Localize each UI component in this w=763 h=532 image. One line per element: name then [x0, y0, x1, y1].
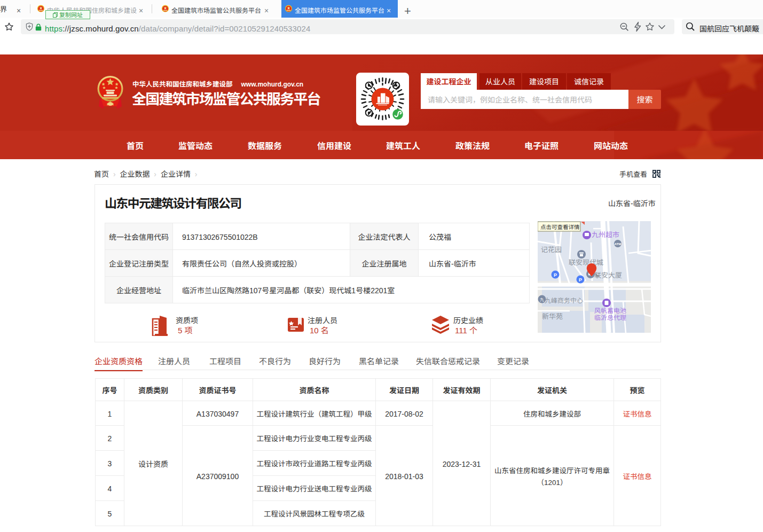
svg-text:ATM: ATM — [615, 241, 622, 246]
svg-text:联安现代城: 联安现代城 — [569, 257, 603, 267]
svg-text:新华苑: 新华苑 — [542, 311, 563, 321]
svg-text:联安大厦: 联安大厦 — [594, 270, 622, 280]
svg-text:九: 九 — [540, 296, 544, 302]
svg-text:P: P — [554, 271, 557, 278]
svg-text:九峰商务中心: 九峰商务中心 — [545, 295, 583, 304]
svg-text:P: P — [579, 276, 582, 283]
svg-text:九州超市: 九州超市 — [592, 229, 619, 239]
svg-text:点击可查看详情: 点击可查看详情 — [540, 223, 580, 231]
svg-text:临沂总代理: 临沂总代理 — [594, 312, 626, 322]
svg-text:记花园: 记花园 — [541, 244, 562, 254]
